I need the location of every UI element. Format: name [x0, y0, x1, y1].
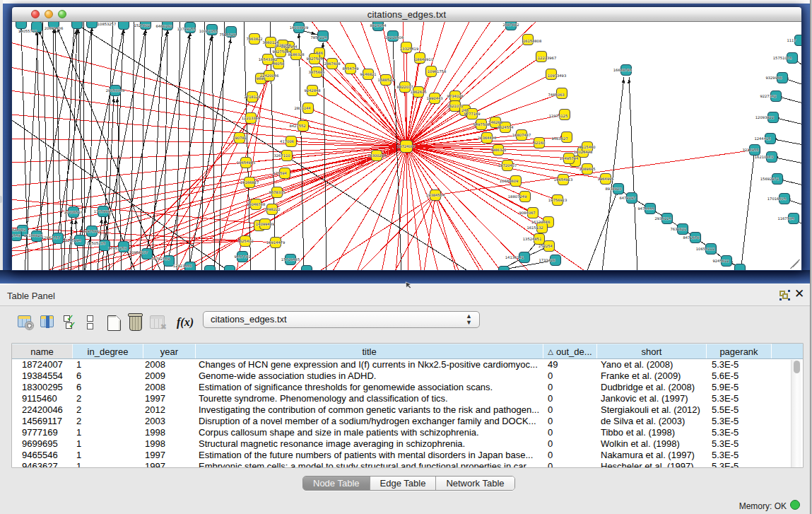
node-label: 15751074 — [773, 56, 792, 60]
table-settings-icon[interactable] — [18, 315, 31, 327]
red-edge[interactable] — [312, 90, 406, 146]
node-label: 7857224 — [310, 35, 327, 40]
table-header-row[interactable]: namein_degreeyeartitle△out_de...shortpag… — [12, 344, 803, 359]
table-row[interactable]: 911546021997Tourette syndrome. Phenomeno… — [12, 393, 803, 404]
red-edge[interactable] — [290, 146, 406, 270]
cited-paper-node[interactable] — [72, 22, 83, 29]
red-edge[interactable] — [435, 150, 755, 195]
cell-short: Tibbo et al. (1998) — [597, 427, 707, 438]
column-header-short[interactable]: short — [597, 344, 707, 358]
cited-paper-node[interactable] — [87, 22, 98, 28]
select-all-icon[interactable]: ✓ ✓ — [64, 315, 78, 331]
black-edge[interactable] — [244, 22, 251, 270]
cell-out_de: 0 — [543, 393, 597, 404]
tab-node-table[interactable]: Node Table — [303, 477, 370, 490]
table-body[interactable]: 1872400712008Changes of HCN gene express… — [12, 359, 803, 468]
red-edge[interactable] — [12, 67, 406, 146]
cell-pagerank: 5.3E-5 — [707, 450, 772, 461]
red-edge[interactable] — [332, 146, 406, 270]
table-row[interactable]: 1456911722003Disruption of a novel membe… — [12, 416, 803, 427]
cell-name: 9115460 — [12, 393, 73, 404]
cell-short: Yano et al. (2008) — [597, 359, 707, 370]
black-edge[interactable] — [37, 28, 77, 232]
black-edge[interactable] — [177, 22, 180, 270]
node-label: 10025438 — [574, 150, 592, 154]
table-panel: Table Panel ✕ ✓ ✓ ✖ f(x) citations_edges… — [0, 285, 812, 514]
show-columns-icon[interactable] — [40, 315, 54, 327]
red-edge[interactable] — [406, 146, 502, 270]
edge-arrowhead — [74, 219, 78, 224]
cited-paper-node[interactable] — [735, 264, 746, 271]
red-edge[interactable] — [406, 146, 421, 270]
red-edge[interactable] — [394, 195, 435, 270]
black-edge[interactable] — [201, 22, 205, 270]
red-edge[interactable] — [12, 115, 406, 146]
black-edge[interactable] — [78, 28, 83, 270]
red-edge[interactable] — [12, 199, 265, 224]
column-header-out_de[interactable]: △out_de... — [543, 344, 597, 358]
cited-paper-node[interactable] — [119, 22, 129, 30]
column-header-year[interactable]: year — [143, 344, 196, 358]
black-edge[interactable] — [587, 189, 618, 270]
citation-network-graph[interactable]: 1405571220691406108532571527602646616010… — [12, 22, 801, 270]
table-vertical-scrollbar[interactable] — [791, 360, 801, 468]
red-edge[interactable] — [406, 146, 408, 270]
network-table-select[interactable]: citations_edges.txt ▲▼ — [203, 311, 480, 328]
network-canvas[interactable]: 1405571220691406108532571527602646616010… — [12, 22, 801, 270]
red-edge[interactable] — [406, 22, 537, 146]
column-header-name[interactable]: name — [12, 344, 73, 358]
tab-network-table[interactable]: Network Table — [436, 477, 514, 490]
red-edge[interactable] — [435, 195, 456, 270]
cell-in_degree: 1 — [73, 438, 143, 450]
cited-paper-node[interactable] — [16, 22, 27, 29]
new-table-icon[interactable] — [107, 315, 121, 331]
node-label: 7986322 — [490, 148, 506, 152]
cell-year: 2009 — [143, 370, 196, 382]
float-panel-icon[interactable] — [779, 290, 790, 300]
edge-arrowhead — [311, 31, 316, 35]
table-row[interactable]: 977716911998Corpus callosum shape and si… — [12, 427, 803, 438]
window-titlebar[interactable]: citations_edges.txt — [12, 7, 801, 22]
red-edge[interactable] — [12, 139, 406, 146]
node-label: 16782759 — [151, 257, 170, 261]
column-header-title[interactable]: title — [196, 344, 543, 358]
column-header-in_degree[interactable]: in_degree — [73, 344, 143, 358]
table-row[interactable]: 1872400712008Changes of HCN gene express… — [12, 359, 803, 370]
table-row[interactable]: 1830029562008Estimation of significance … — [12, 382, 803, 393]
node-label: 3267110 — [273, 153, 290, 158]
node-label: 12505135 — [87, 241, 105, 245]
table-row[interactable]: 969969511998Structural magnetic resonanc… — [12, 438, 803, 450]
table-row[interactable]: 946554611997Estimation of the future num… — [12, 450, 803, 461]
cited-paper-node[interactable] — [499, 267, 510, 271]
cell-title: Investigating the contribution of common… — [196, 404, 543, 416]
black-edge[interactable] — [152, 22, 163, 270]
node-label: 9777169 — [464, 112, 480, 116]
node-label: 417006 — [280, 139, 294, 144]
unselect-all-icon[interactable] — [87, 315, 95, 331]
close-panel-icon[interactable]: ✕ — [794, 288, 804, 300]
black-edge[interactable] — [169, 35, 212, 257]
cell-short: Nakamura et al. (1997) — [597, 450, 707, 461]
tab-edge-table[interactable]: Edge Table — [370, 477, 437, 490]
node-label: 10975887 — [83, 229, 101, 233]
function-builder-icon[interactable]: f(x) — [177, 316, 194, 329]
red-edge[interactable] — [64, 146, 406, 270]
column-header-pagerank[interactable]: pagerank — [707, 344, 772, 358]
cited-paper-node[interactable] — [225, 266, 235, 271]
table-row[interactable]: 1938455462009Genome-wide association stu… — [12, 370, 803, 382]
node-label: 2718126 — [244, 95, 260, 99]
black-edge[interactable] — [212, 33, 215, 270]
window-resize-grip[interactable] — [790, 259, 800, 269]
cited-paper-node[interactable] — [205, 266, 216, 271]
red-edge[interactable] — [318, 195, 435, 270]
black-edge[interactable] — [71, 26, 77, 270]
table-row[interactable]: 946362711997Embryonic stem cells: a mode… — [12, 461, 803, 468]
table-row[interactable]: 2242004622012Investigating the contribut… — [12, 404, 803, 416]
scrollbar-thumb[interactable] — [794, 361, 800, 373]
black-edge[interactable] — [629, 77, 637, 270]
node-attribute-table[interactable]: namein_degreeyeartitle△out_de...shortpag… — [11, 343, 804, 468]
red-edge[interactable] — [382, 146, 406, 270]
delete-table-icon[interactable] — [129, 315, 142, 331]
black-edge[interactable] — [741, 150, 755, 270]
cited-paper-node[interactable] — [302, 266, 312, 271]
